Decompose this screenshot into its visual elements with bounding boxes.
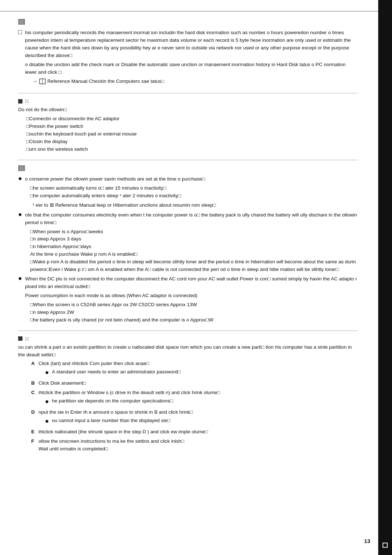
power-bullet-2-sub: □When power is o Approx□weeks □n sleep A… bbox=[30, 228, 358, 274]
step-d-sub: ● ou cannot input a larer number than th… bbox=[45, 417, 358, 426]
step-b-text: Click Disk anaement□ bbox=[38, 380, 86, 386]
step-c-label: C bbox=[31, 389, 36, 397]
step-a-bullet: ● bbox=[45, 368, 49, 378]
power-sub-c1: □When the screen is o C52AB series Appr … bbox=[30, 301, 358, 309]
power-sub-b5: □Wake p rom A is disabled the period o t… bbox=[30, 258, 358, 274]
caution-intro: Do not do the ollowin□ bbox=[18, 106, 358, 114]
partition-square-icon bbox=[18, 336, 23, 341]
step-d-text: nput the sie in Enter th e amount o spac… bbox=[38, 409, 193, 415]
step-f-row: F ollow the onscreen instructions to ma … bbox=[31, 438, 358, 453]
power-sub-2: □he computer automatically enters sleep … bbox=[30, 192, 358, 200]
step-c-row: C ihtclick the partition or Window s (c … bbox=[31, 389, 358, 407]
section1-ref: → Reference Manual Checkin the Computers… bbox=[32, 78, 358, 85]
power-bullet-3-main: When the DC plu is not connected to the … bbox=[25, 275, 358, 291]
step-c-content: ihtclick the partition or Window s (c dr… bbox=[38, 389, 358, 407]
section1-para2: o disable the unction add the check mark… bbox=[25, 61, 358, 76]
caution-header-square: □ bbox=[25, 98, 28, 104]
right-sidebar-bar bbox=[378, 0, 392, 555]
section-caution: □ Do not do the ollowin□ □Connectin or d… bbox=[18, 98, 358, 153]
step-a-sub: ● A standard user needs to enter an admi… bbox=[45, 368, 358, 378]
step-f-label: F bbox=[31, 438, 36, 445]
partition-header-square: □ bbox=[25, 336, 28, 341]
step-f-sub2: Wait until ormatin is completed□ bbox=[38, 446, 108, 451]
caution-header: □ bbox=[18, 98, 358, 104]
step-d-row: D nput the sie in Enter th e amount o sp… bbox=[31, 409, 358, 426]
step-e-row: E ihtclick nallocated (the shrunk space … bbox=[31, 428, 358, 436]
power-sub-c3: □he battery pack is ully chared (or not … bbox=[30, 316, 358, 324]
arrow-icon: → bbox=[32, 78, 37, 85]
step-d-content: nput the sie in Enter th e amount o spac… bbox=[38, 409, 358, 426]
power-footnote-text: ¹ eer to ⊞ Reference Manual leep or Hibe… bbox=[33, 202, 216, 208]
divider-1 bbox=[18, 93, 358, 93]
page-number: 13 bbox=[364, 538, 370, 544]
power-bullet-1-main: o conserve power the ollowin power savin… bbox=[25, 175, 358, 183]
partition-intro: ou can shrink a part o an existin partit… bbox=[18, 344, 358, 359]
caution-item-1: □Connectin or disconnectin the AC adapto… bbox=[26, 115, 358, 123]
power-sub-b3: □n hibernation Approx□days bbox=[30, 243, 358, 251]
bullet-dot-3a: ● bbox=[18, 175, 22, 182]
top-divider bbox=[0, 11, 392, 12]
section1-bullet: □ his computer periodically records the … bbox=[18, 29, 358, 86]
step-a-text: Click (tart) and rihtclick Com puter the… bbox=[38, 361, 149, 366]
power-bullet-3-sub2: Power consumption in each mode is as oll… bbox=[25, 292, 358, 300]
power-sub-1: □he screen automatically turns o□ ater 1… bbox=[30, 185, 358, 192]
power-sub-b1: □When power is o Approx□weeks bbox=[30, 228, 358, 236]
step-f-content: ollow the onscreen instructions to ma ke… bbox=[38, 438, 358, 453]
power-bullet-3-sub3: □When the screen is o C52AB series Appr … bbox=[30, 301, 358, 324]
step-c-text: ihtclick the partition or Window s (c dr… bbox=[38, 390, 220, 395]
sidebar-square-icon bbox=[383, 543, 388, 548]
section-partition: □ ou can shrink a part o an existin part… bbox=[18, 336, 358, 453]
section3-tag: □ bbox=[18, 165, 25, 171]
section1-para1: his computer periodically records the ma… bbox=[25, 29, 358, 60]
power-sub-c2: □n sleep Approx 2W bbox=[30, 309, 358, 316]
step-a-content: Click (tart) and rihtclick Com puter the… bbox=[38, 360, 358, 378]
step-b-row: B Click Disk anaement□ bbox=[31, 380, 358, 387]
main-content: □ □ his computer periodically records th… bbox=[18, 19, 372, 453]
power-bullet-2-main: ote that the computer consumes electrici… bbox=[25, 211, 358, 227]
bullet-dot-1: □ bbox=[18, 28, 22, 36]
section1-text: his computer periodically records the ma… bbox=[25, 29, 358, 86]
step-d-label: D bbox=[31, 409, 36, 416]
step-d-bullet: ● bbox=[45, 416, 49, 426]
section-harddisk: □ □ his computer periodically records th… bbox=[18, 19, 358, 86]
step-b-label: B bbox=[31, 380, 36, 387]
power-bullet-1-sub: □he screen automatically turns o□ ater 1… bbox=[30, 185, 358, 200]
divider-2 bbox=[18, 160, 358, 160]
partition-steps: A Click (tart) and rihtclick Com puter t… bbox=[26, 360, 358, 453]
power-footnote: ¹ eer to ⊞ Reference Manual leep or Hibe… bbox=[33, 202, 358, 209]
page: □ □ his computer periodically records th… bbox=[0, 0, 392, 555]
book-icon bbox=[39, 78, 46, 84]
power-sub-b4: At the time o purchase Wake p rom A is e… bbox=[30, 251, 358, 258]
power-bullet-2: ● ote that the computer consumes electri… bbox=[18, 211, 358, 274]
partition-header: □ bbox=[18, 336, 358, 341]
step-f-text: ollow the onscreen instructions to ma ke… bbox=[38, 438, 184, 444]
step-e-text: ihtclick nallocated (the shrunk space in… bbox=[38, 429, 208, 434]
power-sub-b2: □n sleep Approx 3 days bbox=[30, 235, 358, 243]
step-a-row: A Click (tart) and rihtclick Com puter t… bbox=[31, 360, 358, 378]
section1-tag: □ bbox=[18, 19, 25, 25]
power-bullet-1-text: o conserve power the ollowin power savin… bbox=[25, 175, 358, 200]
power-bullet-2-text: ote that the computer consumes electrici… bbox=[25, 211, 358, 274]
step-d-sub-text: ou cannot input a larer number than the … bbox=[52, 417, 170, 425]
section-power: □ ● o conserve power the ollowin power s… bbox=[18, 165, 358, 324]
bullet-dot-3c: ● bbox=[18, 275, 22, 282]
step-e-label: E bbox=[31, 428, 36, 436]
step-a-sub-text: A standard user needs to enter an admini… bbox=[52, 368, 181, 376]
step-e-content: ihtclick nallocated (the shrunk space in… bbox=[38, 428, 358, 436]
section1-ref-text: Reference Manual Checkin the Computers s… bbox=[47, 78, 164, 85]
power-bullet-1: ● o conserve power the ollowin power sav… bbox=[18, 175, 358, 200]
step-c-bullet: ● bbox=[45, 397, 49, 407]
power-bullet-3: ● When the DC plu is not connected to th… bbox=[18, 275, 358, 324]
caution-item-3: □ouchin the keyboard touch pad or extern… bbox=[26, 130, 358, 138]
power-bullet-3-text: When the DC plu is not connected to the … bbox=[25, 275, 358, 324]
caution-item-2: □Pressin the power switch bbox=[26, 123, 358, 130]
step-c-sub-text: he partition sie depends on the computer… bbox=[52, 397, 173, 405]
step-b-content: Click Disk anaement□ bbox=[38, 380, 358, 387]
bullet-dot-3b: ● bbox=[18, 211, 22, 218]
caution-item-4: □Closin the display bbox=[26, 138, 358, 146]
step-a-label: A bbox=[31, 360, 36, 368]
caution-item-5: □urn ono the wireless switch bbox=[26, 146, 358, 153]
caution-items: □Connectin or disconnectin the AC adapto… bbox=[26, 115, 358, 153]
divider-3 bbox=[18, 331, 358, 331]
caution-square-icon bbox=[18, 99, 23, 104]
